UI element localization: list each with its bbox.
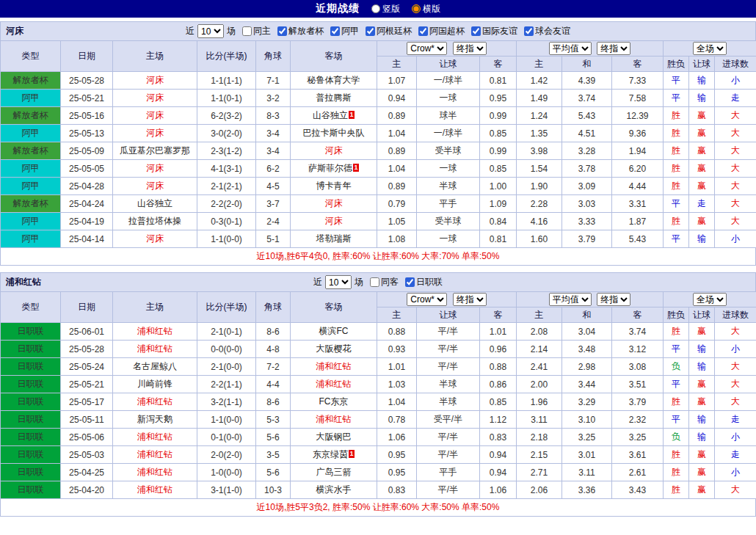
home-team-cell[interactable]: 河床 — [113, 178, 197, 195]
home-team-cell[interactable]: 名古屋鲸八 — [113, 358, 197, 376]
team-name[interactable]: 瓜亚基尔巴塞罗那 — [120, 145, 190, 156]
recent-count-select[interactable]: 10 — [197, 24, 224, 38]
team-name[interactable]: 浦和红钻 — [137, 467, 172, 477]
home-team-cell[interactable]: 河床 — [113, 230, 197, 248]
filter-option-球会友谊[interactable]: 球会友谊 — [524, 25, 570, 37]
away-team-cell[interactable]: 浦和红钻 — [291, 411, 377, 429]
filter-checkbox[interactable] — [370, 277, 379, 287]
away-team-cell[interactable]: 大阪樱花 — [291, 341, 377, 358]
team-name[interactable]: 浦和红钻 — [316, 361, 352, 371]
home-team-cell[interactable]: 河床 — [113, 107, 197, 125]
home-team-cell[interactable]: 新泻天鹅 — [113, 411, 197, 429]
ah-index-select[interactable]: 终指 — [453, 42, 487, 55]
team-name[interactable]: 大阪樱花 — [316, 343, 352, 354]
away-team-cell[interactable]: 萨斯菲尔德1 — [291, 160, 377, 178]
home-team-cell[interactable]: 川崎前锋 — [113, 376, 197, 393]
team-name[interactable]: 东京绿茵 — [313, 449, 348, 459]
odds-source-select[interactable]: Crow* — [407, 42, 447, 55]
filter-checkbox[interactable] — [366, 26, 375, 36]
away-team-cell[interactable]: 河床 — [291, 142, 377, 160]
team-name[interactable]: 河床 — [325, 216, 343, 226]
filter-option-日职联[interactable]: 日职联 — [405, 276, 443, 288]
away-team-cell[interactable]: 普拉腾斯 — [291, 90, 377, 107]
vertical-radio[interactable] — [371, 4, 380, 13]
eu-source-select[interactable]: 平均值 — [549, 42, 592, 55]
home-team-cell[interactable]: 浦和红钻 — [113, 429, 197, 446]
filter-option-阿根廷杯[interactable]: 阿根廷杯 — [366, 25, 412, 37]
away-team-cell[interactable]: 东京绿茵1 — [291, 446, 377, 464]
home-team-cell[interactable]: 河床 — [113, 90, 197, 107]
away-team-cell[interactable]: 大阪钢巴 — [291, 429, 377, 446]
recent-count-select[interactable]: 10 — [325, 275, 352, 289]
filter-checkbox[interactable] — [418, 26, 428, 36]
eu-index-select[interactable]: 终指 — [597, 42, 630, 55]
home-team-cell[interactable]: 浦和红钻 — [113, 464, 197, 481]
filter-option-同主[interactable]: 同主 — [242, 25, 271, 37]
filter-checkbox[interactable] — [277, 26, 287, 36]
away-team-cell[interactable]: 塔勒瑞斯 — [291, 230, 377, 248]
filter-option-同客[interactable]: 同客 — [370, 276, 399, 288]
eu-source-select[interactable]: 平均值 — [549, 293, 592, 306]
away-team-cell[interactable]: FC东京 — [291, 393, 377, 411]
filter-checkbox[interactable] — [471, 26, 481, 36]
team-name[interactable]: 河床 — [146, 110, 164, 120]
away-team-cell[interactable]: 广岛三箭 — [291, 464, 377, 481]
filter-checkbox[interactable] — [330, 26, 340, 36]
team-name[interactable]: 浦和红钻 — [137, 326, 172, 336]
away-team-cell[interactable]: 山谷独立1 — [291, 107, 377, 125]
filter-checkbox[interactable] — [405, 277, 415, 287]
odds-source-select[interactable]: Crow* — [407, 293, 447, 306]
home-team-cell[interactable]: 浦和红钻 — [113, 323, 197, 341]
team-name[interactable]: 河床 — [325, 145, 343, 156]
away-team-cell[interactable]: 横滨FC — [291, 323, 377, 341]
scope-select[interactable]: 全场 — [693, 293, 727, 306]
home-team-cell[interactable]: 浦和红钻 — [113, 393, 197, 411]
team-name[interactable]: 川崎前锋 — [137, 379, 172, 389]
team-name[interactable]: 山谷独立 — [137, 198, 172, 208]
team-name[interactable]: 浦和红钻 — [137, 449, 172, 459]
home-team-cell[interactable]: 河床 — [113, 125, 197, 142]
home-team-cell[interactable]: 山谷独立 — [113, 195, 197, 213]
team-name[interactable]: 横滨FC — [319, 326, 349, 336]
home-team-cell[interactable]: 拉普拉塔体操 — [113, 213, 197, 230]
team-name[interactable]: 广岛三箭 — [316, 467, 352, 477]
team-name[interactable]: 普拉腾斯 — [316, 92, 352, 103]
team-name[interactable]: 河床 — [146, 163, 164, 173]
team-name[interactable]: 萨斯菲尔德 — [308, 163, 352, 173]
team-name[interactable]: 河床 — [146, 233, 164, 244]
filter-option-解放者杯[interactable]: 解放者杯 — [277, 25, 324, 37]
team-name[interactable]: 浦和红钻 — [137, 396, 172, 407]
team-name[interactable]: 浦和红钻 — [137, 432, 172, 442]
team-name[interactable]: 河床 — [146, 75, 164, 85]
team-name[interactable]: 拉普拉塔体操 — [128, 216, 181, 226]
team-name[interactable]: 河床 — [146, 128, 164, 138]
filter-option-国际友谊[interactable]: 国际友谊 — [471, 25, 517, 37]
team-name[interactable]: 河床 — [146, 92, 164, 103]
away-team-cell[interactable]: 横滨水手 — [291, 481, 377, 499]
team-name[interactable]: 秘鲁体育大学 — [308, 75, 360, 85]
team-name[interactable]: 浦和红钻 — [316, 414, 352, 424]
team-name[interactable]: FC东京 — [319, 396, 349, 407]
filter-checkbox[interactable] — [524, 26, 534, 36]
team-name[interactable]: 浦和红钻 — [137, 343, 172, 354]
away-team-cell[interactable]: 河床 — [291, 213, 377, 230]
team-name[interactable]: 山谷独立 — [313, 110, 348, 120]
away-team-cell[interactable]: 博卡青年 — [291, 178, 377, 195]
team-name[interactable]: 博卡青年 — [316, 181, 352, 191]
team-name[interactable]: 名古屋鲸八 — [133, 361, 177, 371]
ah-index-select[interactable]: 终指 — [453, 293, 487, 306]
team-name[interactable]: 浦和红钻 — [137, 484, 172, 495]
layout-vertical-option[interactable]: 竖版 — [371, 3, 400, 15]
team-name[interactable]: 新泻天鹅 — [137, 414, 172, 424]
filter-checkbox[interactable] — [242, 26, 252, 36]
scope-select[interactable]: 全场 — [693, 42, 727, 55]
home-team-cell[interactable]: 浦和红钻 — [113, 341, 197, 358]
home-team-cell[interactable]: 浦和红钻 — [113, 481, 197, 499]
team-name[interactable]: 河床 — [325, 198, 343, 208]
filter-option-阿国超杯[interactable]: 阿国超杯 — [418, 25, 465, 37]
home-team-cell[interactable]: 浦和红钻 — [113, 446, 197, 464]
horizontal-radio[interactable] — [412, 4, 421, 13]
team-name[interactable]: 河床 — [146, 181, 164, 191]
team-name[interactable]: 浦和红钻 — [316, 379, 352, 389]
filter-option-阿甲[interactable]: 阿甲 — [330, 25, 359, 37]
